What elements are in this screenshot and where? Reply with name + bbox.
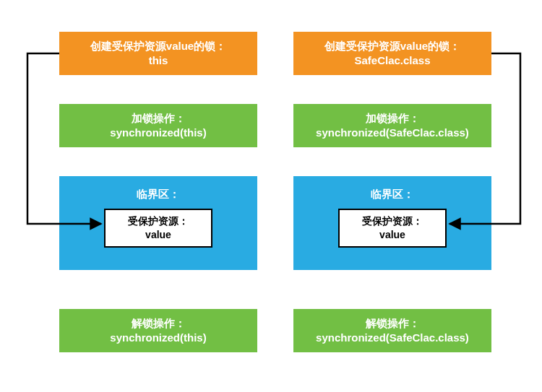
right-create-lock-box: 创建受保护资源value的锁： SafeClac.class [293, 32, 491, 75]
right-create-line1: 创建受保护资源value的锁： [324, 39, 460, 53]
left-create-line1: 创建受保护资源value的锁： [90, 39, 226, 53]
left-protected-line1: 受保护资源： [113, 214, 204, 228]
left-create-lock-box: 创建受保护资源value的锁： this [59, 32, 257, 75]
right-protected-resource-box: 受保护资源： value [338, 209, 447, 248]
right-unlock-box: 解锁操作： synchronized(SafeClac.class) [293, 309, 491, 352]
left-unlock-line1: 解锁操作： [132, 316, 186, 331]
right-lock-box: 加锁操作： synchronized(SafeClac.class) [293, 104, 491, 147]
right-protected-line1: 受保护资源： [347, 214, 438, 228]
right-create-line2: SafeClac.class [354, 53, 430, 68]
right-critical-title: 临界区： [371, 187, 414, 201]
left-critical-section-box: 临界区： 受保护资源： value [59, 176, 257, 270]
left-protected-resource-box: 受保护资源： value [104, 209, 212, 248]
left-lock-line2: synchronized(this) [110, 126, 206, 140]
left-protected-line2: value [113, 228, 204, 242]
right-unlock-line1: 解锁操作： [366, 316, 420, 331]
left-unlock-box: 解锁操作： synchronized(this) [59, 309, 257, 352]
left-critical-title: 临界区： [137, 187, 180, 201]
right-protected-line2: value [347, 228, 438, 242]
left-lock-box: 加锁操作： synchronized(this) [59, 104, 257, 147]
left-create-line2: this [149, 53, 168, 68]
right-critical-section-box: 临界区： 受保护资源： value [293, 176, 491, 270]
right-unlock-line2: synchronized(SafeClac.class) [316, 331, 469, 345]
left-lock-line1: 加锁操作： [132, 111, 186, 126]
left-unlock-line2: synchronized(this) [110, 331, 206, 345]
right-lock-line2: synchronized(SafeClac.class) [316, 126, 469, 140]
right-lock-line1: 加锁操作： [366, 111, 420, 126]
